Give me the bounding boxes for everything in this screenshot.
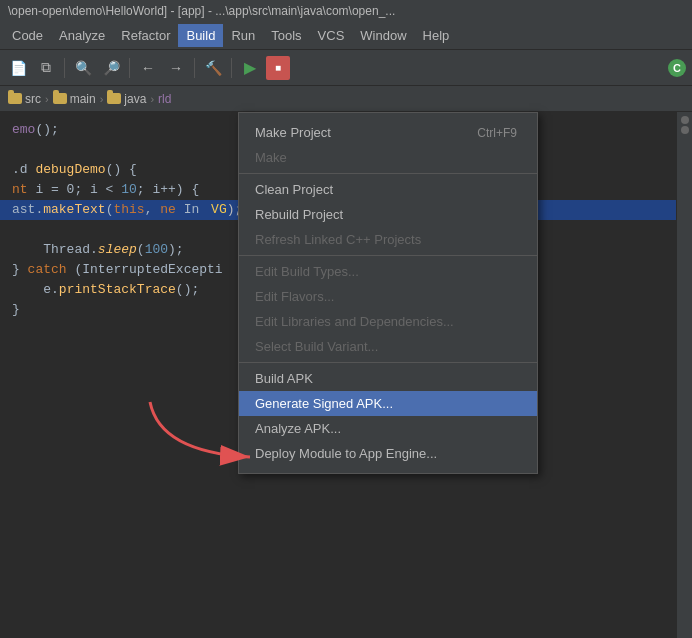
toolbar-stop-btn[interactable]: ■ bbox=[266, 56, 290, 80]
breadcrumb-java-label: java bbox=[124, 92, 146, 106]
content-area: emo(); .d debugDemo() { nt i = 0; i < 10… bbox=[0, 112, 692, 638]
folder-java-icon bbox=[107, 93, 121, 104]
folder-src-icon bbox=[8, 93, 22, 104]
toolbar-copy-btn[interactable]: ⧉ bbox=[34, 56, 58, 80]
menu-tools[interactable]: Tools bbox=[263, 24, 309, 47]
toolbar-run-btn[interactable]: ▶ bbox=[238, 56, 262, 80]
menu-section-make: Make Project Ctrl+F9 Make bbox=[239, 117, 537, 174]
title-text: \open-open\demo\HelloWorld] - [app] - ..… bbox=[8, 4, 395, 18]
menu-help[interactable]: Help bbox=[415, 24, 458, 47]
breadcrumb-src[interactable]: src bbox=[8, 92, 41, 106]
menu-edit-libraries: Edit Libraries and Dependencies... bbox=[239, 309, 537, 334]
menu-make-project-shortcut: Ctrl+F9 bbox=[477, 126, 517, 140]
menu-make-label: Make bbox=[255, 150, 287, 165]
build-dropdown-menu: Make Project Ctrl+F9 Make Clean Project … bbox=[238, 112, 538, 474]
panel-dot-1 bbox=[681, 116, 689, 124]
menu-edit-build-types: Edit Build Types... bbox=[239, 259, 537, 284]
menu-make: Make bbox=[239, 145, 537, 170]
menu-refresh-cpp-label: Refresh Linked C++ Projects bbox=[255, 232, 421, 247]
menu-make-project-label: Make Project bbox=[255, 125, 331, 140]
menu-rebuild-project[interactable]: Rebuild Project bbox=[239, 202, 537, 227]
menu-edit-libraries-label: Edit Libraries and Dependencies... bbox=[255, 314, 454, 329]
menu-run[interactable]: Run bbox=[223, 24, 263, 47]
folder-main-icon bbox=[53, 93, 67, 104]
panel-dot-2 bbox=[681, 126, 689, 134]
breadcrumb: src › main › java › rld bbox=[0, 86, 692, 112]
menu-section-clean: Clean Project Rebuild Project Refresh Li… bbox=[239, 174, 537, 256]
menu-analyze[interactable]: Analyze bbox=[51, 24, 113, 47]
menu-vcs[interactable]: VCS bbox=[310, 24, 353, 47]
menu-clean-project-label: Clean Project bbox=[255, 182, 333, 197]
menu-make-project[interactable]: Make Project Ctrl+F9 bbox=[239, 120, 537, 145]
menu-refresh-cpp: Refresh Linked C++ Projects bbox=[239, 227, 537, 252]
menu-bar: Code Analyze Refactor Build Run Tools VC… bbox=[0, 22, 692, 50]
toolbar-sep-1 bbox=[64, 58, 65, 78]
menu-section-edit: Edit Build Types... Edit Flavors... Edit… bbox=[239, 256, 537, 363]
toolbar-hammer-btn[interactable]: 🔨 bbox=[201, 56, 225, 80]
menu-analyze-apk-label: Analyze APK... bbox=[255, 421, 341, 436]
breadcrumb-sep-3: › bbox=[150, 93, 154, 105]
breadcrumb-src-label: src bbox=[25, 92, 41, 106]
menu-deploy-module[interactable]: Deploy Module to App Engine... bbox=[239, 441, 537, 466]
menu-select-build-variant-label: Select Build Variant... bbox=[255, 339, 378, 354]
toolbar-forward-btn[interactable]: → bbox=[164, 56, 188, 80]
breadcrumb-java[interactable]: java bbox=[107, 92, 146, 106]
right-panel bbox=[676, 112, 692, 638]
menu-build[interactable]: Build bbox=[178, 24, 223, 47]
breadcrumb-world[interactable]: rld bbox=[158, 92, 171, 106]
menu-deploy-module-label: Deploy Module to App Engine... bbox=[255, 446, 437, 461]
breadcrumb-main[interactable]: main bbox=[53, 92, 96, 106]
menu-section-apk: Build APK Generate Signed APK... Analyze… bbox=[239, 363, 537, 469]
breadcrumb-main-label: main bbox=[70, 92, 96, 106]
menu-edit-flavors-label: Edit Flavors... bbox=[255, 289, 334, 304]
menu-select-build-variant: Select Build Variant... bbox=[239, 334, 537, 359]
breadcrumb-sep-1: › bbox=[45, 93, 49, 105]
menu-rebuild-project-label: Rebuild Project bbox=[255, 207, 343, 222]
toolbar-search2-btn[interactable]: 🔎 bbox=[99, 56, 123, 80]
c-badge: C bbox=[668, 59, 686, 77]
menu-edit-build-types-label: Edit Build Types... bbox=[255, 264, 359, 279]
menu-generate-signed-apk[interactable]: Generate Signed APK... bbox=[239, 391, 537, 416]
breadcrumb-sep-2: › bbox=[100, 93, 104, 105]
menu-edit-flavors: Edit Flavors... bbox=[239, 284, 537, 309]
toolbar-file-btn[interactable]: 📄 bbox=[6, 56, 30, 80]
toolbar-sep-2 bbox=[129, 58, 130, 78]
menu-clean-project[interactable]: Clean Project bbox=[239, 177, 537, 202]
title-bar: \open-open\demo\HelloWorld] - [app] - ..… bbox=[0, 0, 692, 22]
menu-build-apk-label: Build APK bbox=[255, 371, 313, 386]
toolbar-back-btn[interactable]: ← bbox=[136, 56, 160, 80]
toolbar-sep-4 bbox=[231, 58, 232, 78]
menu-generate-signed-apk-label: Generate Signed APK... bbox=[255, 396, 393, 411]
breadcrumb-world-label: rld bbox=[158, 92, 171, 106]
menu-window[interactable]: Window bbox=[352, 24, 414, 47]
toolbar-sep-3 bbox=[194, 58, 195, 78]
menu-build-apk[interactable]: Build APK bbox=[239, 366, 537, 391]
menu-refactor[interactable]: Refactor bbox=[113, 24, 178, 47]
menu-code[interactable]: Code bbox=[4, 24, 51, 47]
menu-analyze-apk[interactable]: Analyze APK... bbox=[239, 416, 537, 441]
toolbar: 📄 ⧉ 🔍 🔎 ← → 🔨 ▶ ■ C bbox=[0, 50, 692, 86]
toolbar-search-btn[interactable]: 🔍 bbox=[71, 56, 95, 80]
